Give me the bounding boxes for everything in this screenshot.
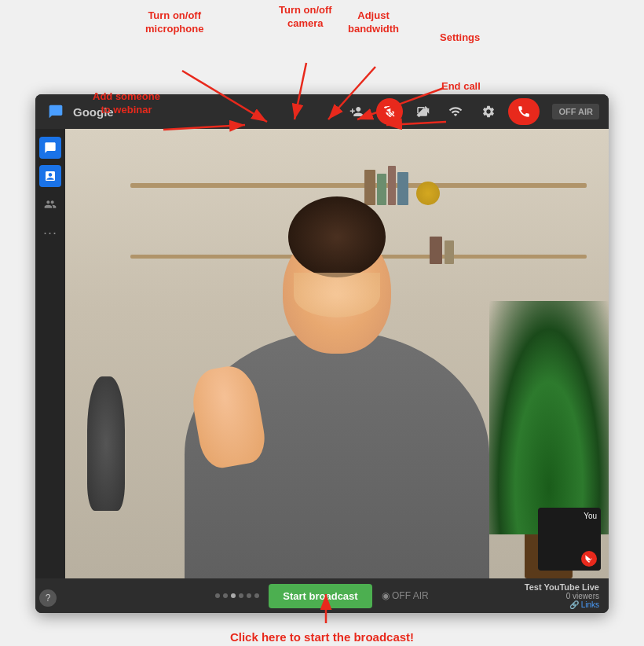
end-call-button[interactable] [508, 98, 540, 125]
mute-camera-button[interactable] [409, 98, 436, 125]
mute-mic-button[interactable] [376, 98, 403, 125]
sidebar-icon-chat[interactable] [39, 137, 61, 159]
yt-links[interactable]: 🔗 Links [569, 600, 599, 609]
you-mic-muted-icon [581, 551, 597, 567]
bottom-bar: Start broadcast ◉ OFF AIR Test YouTube L… [35, 578, 609, 613]
ui-container: Google [35, 94, 609, 613]
sidebar-icon-presentation[interactable] [39, 165, 61, 187]
video-area: You [65, 129, 609, 578]
outer-wrapper: Google [0, 0, 644, 646]
annotation-start-broadcast: Click here to start the broadcast! [230, 629, 414, 645]
bandwidth-button[interactable] [442, 98, 469, 125]
sidebar-icon-people[interactable] [39, 193, 61, 215]
annotation-turn-on-camera: Turn on/offcamera [279, 4, 332, 31]
yt-live-label: Test YouTube Live [525, 582, 599, 592]
room-background [65, 129, 609, 578]
yt-viewers: 0 viewers [566, 592, 599, 600]
help-button[interactable]: ? [39, 589, 57, 607]
dot-3 [231, 593, 236, 598]
dot-5 [247, 593, 251, 598]
annotation-end-call: End call [441, 80, 481, 94]
you-thumbnail: You [538, 508, 601, 571]
sidebar-icon-more[interactable]: ··· [39, 222, 61, 244]
toolbar: Google [35, 94, 609, 129]
google-logo: Google [73, 105, 114, 119]
settings-button[interactable] [475, 98, 502, 125]
annotation-settings: Settings [440, 31, 480, 45]
start-broadcast-button[interactable]: Start broadcast [269, 584, 371, 608]
off-air-badge: OFF AIR [552, 104, 599, 119]
dot-4 [239, 593, 243, 598]
bottom-right-info: Test YouTube Live 0 viewers 🔗 Links [525, 582, 599, 609]
annotation-turn-on-mic: Turn on/offmicrophone [145, 9, 203, 36]
dot-2 [223, 593, 228, 598]
dots-indicator [215, 593, 259, 598]
dot-6 [254, 593, 259, 598]
left-sidebar: ··· [35, 129, 65, 578]
off-air-text: ◉ OFF AIR [382, 590, 429, 601]
add-person-button[interactable] [343, 98, 370, 125]
you-label: You [584, 512, 597, 520]
annotation-adjust-bandwidth: Adjustbandwidth [348, 9, 399, 36]
chat-icon[interactable] [45, 101, 67, 123]
dot-1 [215, 593, 220, 598]
